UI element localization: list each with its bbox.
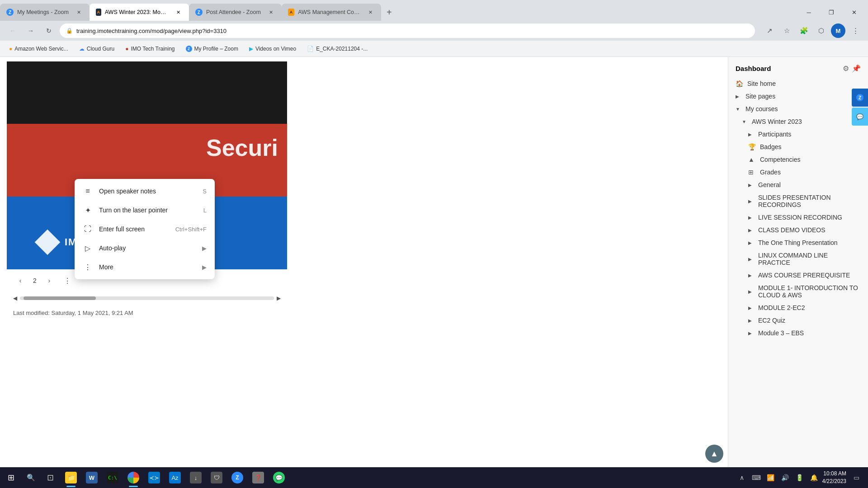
bookmark-vimeo[interactable]: ▶ Videos on Vimeo <box>245 44 301 54</box>
profile-avatar[interactable]: M <box>831 23 845 38</box>
context-menu-autoplay[interactable]: ▷ Auto-play ▶ <box>75 239 215 258</box>
sidebar-item-linux[interactable]: ▶ LINUX COMMAND LINE PRACTICE <box>728 249 868 269</box>
tab-close-4[interactable]: ✕ <box>367 8 375 16</box>
sidebar-item-module3[interactable]: ▶ Module 3 – EBS <box>728 327 868 339</box>
taskbar-task-view[interactable]: ⊡ <box>40 467 61 488</box>
bookmark-icon[interactable]: ☆ <box>779 23 794 38</box>
maximize-button[interactable]: ❐ <box>821 4 842 21</box>
systray-battery-icon[interactable]: 🔋 <box>793 469 806 486</box>
system-clock[interactable]: 10:08 AM 4/22/2023 <box>822 470 848 485</box>
scroll-thumb[interactable] <box>24 296 96 300</box>
systray-volume-icon[interactable]: 🔊 <box>779 469 792 486</box>
sidebar-item-aws-winter[interactable]: ▼ AWS Winter 2023 <box>728 115 868 128</box>
scroll-track[interactable] <box>20 296 274 300</box>
browser-profile-icon[interactable]: ⬡ <box>814 23 828 38</box>
sidebar-item-module1[interactable]: ▶ MODULE 1- INTORODUCTION TO CLOUD & AWS <box>728 282 868 301</box>
search-button[interactable]: 🔍 <box>22 467 40 488</box>
sidebar-item-participants[interactable]: ▶ Participants <box>728 128 868 141</box>
sidebar-item-ec2quiz[interactable]: ▶ EC2 Quiz <box>728 314 868 327</box>
context-menu-laser[interactable]: ✦ Turn on the laser pointer L <box>75 201 215 220</box>
taskbar-zoom[interactable]: Z <box>227 467 248 488</box>
forward-button[interactable]: → <box>24 23 38 38</box>
sidebar-item-my-courses[interactable]: ▼ My courses <box>728 103 868 115</box>
sidebar-item-general[interactable]: ▶ General <box>728 178 868 191</box>
minimize-button[interactable]: ─ <box>798 4 819 21</box>
reload-button[interactable]: ↻ <box>42 23 56 38</box>
url-input[interactable]: 🔒 training.imotechtraining.com/mod/page/… <box>60 23 755 38</box>
aws-winter-arrow-icon: ▼ <box>742 119 748 124</box>
taskbar-word[interactable]: W <box>81 467 102 488</box>
tab-close-2[interactable]: ✕ <box>175 8 183 16</box>
slide-next-button[interactable]: › <box>42 273 57 288</box>
scroll-right-button[interactable]: ▶ <box>277 295 281 301</box>
sidebar-pin-icon[interactable]: 📌 <box>852 64 861 73</box>
slide-bg-dark <box>7 61 287 124</box>
tab-post-attendee[interactable]: Z Post Attendee - Zoom ✕ <box>189 4 282 21</box>
new-tab-button[interactable]: + <box>381 4 397 20</box>
tab-close-3[interactable]: ✕ <box>267 8 275 16</box>
more-menu-icon[interactable]: ⋮ <box>848 23 863 38</box>
scroll-left-button[interactable]: ◀ <box>13 295 17 301</box>
sidebar-item-site-pages[interactable]: ▶ Site pages <box>728 90 868 103</box>
file-explorer-icon: 📁 <box>65 472 77 483</box>
sidebar-item-site-home[interactable]: 🏠 Site home <box>728 77 868 90</box>
bookmark-cloudguru[interactable]: ☁ Cloud Guru <box>75 44 119 54</box>
vscode-icon: ≺≻ <box>148 472 160 483</box>
back-button[interactable]: ← <box>5 23 20 38</box>
systray-network-icon[interactable]: 📶 <box>764 469 777 486</box>
taskbar-whatsapp[interactable]: 💬 <box>269 467 289 488</box>
context-menu-more[interactable]: ⋮ More ▶ <box>75 258 215 277</box>
sidebar-item-one-thing[interactable]: ▶ The One Thing Presentation <box>728 236 868 249</box>
sidebar-config-icon[interactable]: ⚙ <box>843 64 849 73</box>
sidebar-item-grades[interactable]: ⊞ Grades <box>728 166 868 178</box>
bookmark-doc[interactable]: 📄 E_CKA-20211204 -... <box>302 44 372 54</box>
systray-keyboard-icon[interactable]: ⌨ <box>750 469 763 486</box>
scroll-to-top-button[interactable]: ▲ <box>705 445 723 463</box>
home-icon: 🏠 <box>736 80 744 87</box>
taskbar-security[interactable]: 🛡 <box>206 467 227 488</box>
slide-nav-options-button[interactable]: ⋮ <box>60 273 75 288</box>
tab-my-meetings[interactable]: Z My Meetings - Zoom ✕ <box>0 4 90 21</box>
systray-chevron[interactable]: ∧ <box>736 469 748 486</box>
tab-aws-module9[interactable]: A AWS Winter 2023: Module 9 – S... ✕ <box>90 4 189 21</box>
autoplay-icon: ▷ <box>83 243 93 253</box>
taskbar-vscode[interactable]: ≺≻ <box>144 467 165 488</box>
sidebar-item-demo[interactable]: ▶ CLASS DEMO VIDEOS <box>728 224 868 236</box>
context-menu-speaker-notes[interactable]: ≡ Open speaker notes S <box>75 182 215 201</box>
bookmark-zoom[interactable]: Z My Profile – Zoom <box>181 44 243 54</box>
sidebar-item-module2[interactable]: ▶ MODULE 2-EC2 <box>728 301 868 314</box>
show-desktop-icon[interactable]: ▭ <box>850 469 863 486</box>
taskbar-azure[interactable]: Az <box>165 467 185 488</box>
start-button[interactable]: ⊞ <box>0 467 22 488</box>
clock-time: 10:08 AM <box>822 470 846 478</box>
sidebar-item-live[interactable]: ▶ LIVE SESSION RECORDING <box>728 211 868 224</box>
extensions-icon[interactable]: 🧩 <box>797 23 811 38</box>
edge-zoom-button[interactable]: Z <box>852 89 868 107</box>
sidebar-item-competencies[interactable]: ▲ Competencies <box>728 153 868 166</box>
taskbar-download[interactable]: ↓ <box>185 467 206 488</box>
systray-notification-icon[interactable]: 🔔 <box>808 469 821 486</box>
share-icon[interactable]: ↗ <box>762 23 777 38</box>
slide-prev-button[interactable]: ‹ <box>13 273 28 288</box>
demo-arrow-icon: ▶ <box>748 228 755 233</box>
close-button[interactable]: ✕ <box>844 4 864 21</box>
taskbar-file-explorer[interactable]: 📁 <box>61 467 81 488</box>
taskbar-app-unknown[interactable]: ❓ <box>248 467 269 488</box>
bookmark-imo[interactable]: ● IMO Tech Training <box>121 44 179 54</box>
grades-icon: ⊞ <box>748 169 756 176</box>
tab-aws-console[interactable]: A AWS Management Console ✕ <box>282 4 381 21</box>
bookmark-aws[interactable]: ● Amazon Web Servic... <box>5 44 73 54</box>
taskbar-chrome[interactable]: ● <box>123 467 144 488</box>
tab-close-1[interactable]: ✕ <box>75 8 83 16</box>
taskbar-terminal[interactable]: C:\ <box>102 467 123 488</box>
context-menu-fullscreen[interactable]: ⛶ Enter full screen Ctrl+Shift+F <box>75 220 215 239</box>
dashboard-label: Dashboard <box>736 65 771 72</box>
sidebar-item-slides[interactable]: ▶ SLIDES PRESENTATION RECORDINGS <box>728 191 868 211</box>
sidebar-item-badges[interactable]: 🏆 Badges <box>728 141 868 153</box>
sidebar-site-home-label: Site home <box>747 80 776 87</box>
ec2quiz-arrow-icon: ▶ <box>748 318 755 323</box>
edge-chat-button[interactable]: 💬 <box>852 108 868 126</box>
slide-page-number: 2 <box>31 277 38 284</box>
bookmark-doc-favicon: 📄 <box>307 46 314 52</box>
sidebar-item-prereq[interactable]: ▶ AWS COURSE PREREQUISITE <box>728 269 868 282</box>
